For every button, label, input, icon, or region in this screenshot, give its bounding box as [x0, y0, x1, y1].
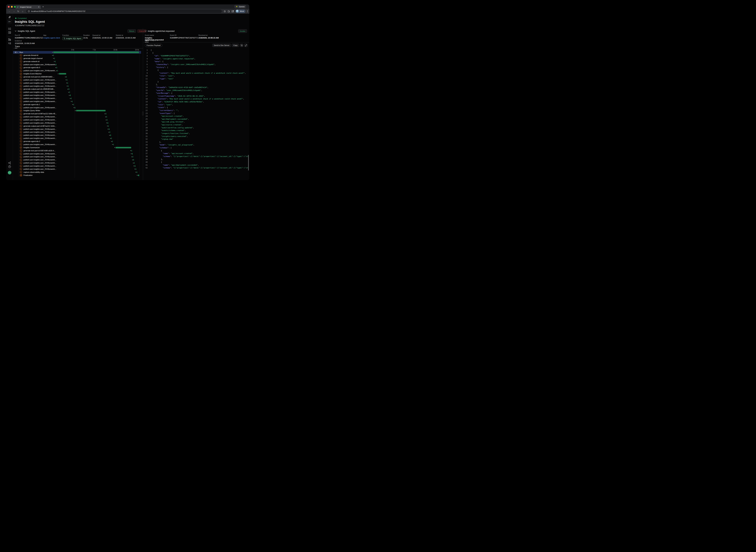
step-span-bar[interactable]: [137, 171, 137, 173]
step-span-bar[interactable]: [107, 119, 108, 121]
trace-row[interactable]: generate-target-channel: [13, 57, 141, 60]
trace-row[interactable]: publish:user:insights:user_2VH6zowmh...: [13, 137, 141, 140]
trace-row[interactable]: publish:user:insights:user_2VH6zowmh...: [13, 152, 141, 155]
word-wrap-button[interactable]: [240, 44, 243, 47]
bookmark-star-icon[interactable]: [223, 10, 226, 13]
trace-row[interactable]: publish:user:insights:user_2VH6zowmh...: [13, 155, 141, 158]
new-tab-button[interactable]: +: [42, 5, 44, 8]
profile-chip[interactable]: Work: [235, 9, 245, 13]
trace-row[interactable]: publish:user:insights:user_2VH6zowmh...: [13, 115, 141, 118]
step-span-bar[interactable]: [112, 141, 113, 142]
trace-row[interactable]: publish:user:insights:user_2VH6zowmh...: [13, 168, 141, 171]
step-span-bar[interactable]: [56, 67, 57, 68]
trace-row[interactable]: Insights Event Matcher: [13, 72, 141, 75]
url-bar[interactable]: localhost:8288/run?runID=01KHRMPW77GVMAJ…: [26, 9, 222, 13]
trace-row[interactable]: generate-network-id: [13, 60, 141, 63]
trace-row[interactable]: publish:user:insights:user_2VH6zowmh...: [13, 121, 141, 125]
trace-row[interactable]: publish:user:insights:user_2VH6zowmh...: [13, 143, 141, 146]
trace-row[interactable]: publish:user:insights:user_2VH6zowmh...: [13, 134, 141, 137]
reading-mode-search-icon[interactable]: [231, 10, 234, 13]
trace-row[interactable]: Insights Query Writer: [13, 109, 141, 112]
trace-row[interactable]: publish:user:insights:user_2VH6zowmh...: [13, 128, 141, 131]
step-span-bar[interactable]: [71, 98, 71, 99]
expand-button[interactable]: [244, 44, 247, 47]
trace-row[interactable]: publish:user:insights:user_2VH6zowmh...: [13, 97, 141, 100]
trace-row[interactable]: capture-observability-data: [13, 171, 141, 174]
step-span-bar[interactable]: [110, 131, 110, 133]
share-icon[interactable]: [8, 162, 11, 164]
trace-row[interactable]: publish:user:insights:user_2VH6zowmh...: [13, 91, 141, 94]
function-payload-button[interactable]: Function Payload: [145, 44, 162, 47]
run-children-badge[interactable]: 40: [14, 51, 19, 53]
step-span-bar[interactable]: [70, 95, 70, 96]
runs-filter-icon[interactable]: [8, 28, 11, 30]
invoke-button[interactable]: Invoke: [238, 29, 247, 33]
trace-row[interactable]: publish:user:insights:user_2VH6zowmh...: [13, 82, 141, 85]
close-window-button[interactable]: [8, 6, 10, 8]
payload-json-editor[interactable]: 1[2{3"id": "01KHRMPVZP0V977KAT2GP3ST7J",…: [143, 48, 248, 180]
back-icon[interactable]: ←: [8, 10, 11, 13]
chevron-down-icon[interactable]: [145, 30, 147, 32]
trace-row[interactable]: generate-thread-id: [13, 54, 141, 57]
kebab-menu-icon[interactable]: [247, 10, 248, 12]
trace-row[interactable]: publish:user:insights:user_2VH6zowmh...: [13, 94, 141, 97]
trace-row[interactable]: generate-tool-part-id-887aa111-5d4e-45..…: [13, 112, 141, 115]
trace-row[interactable]: generate-agent-ids-2: [13, 140, 141, 143]
trace-row[interactable]: generate-output-part-id-c458648f-8d6...: [13, 88, 141, 91]
trace-row[interactable]: publish:user:insights:user_2VH6zowmh...: [13, 106, 141, 109]
step-span-bar[interactable]: [66, 76, 67, 78]
tab-input[interactable]: Input: [145, 39, 149, 41]
step-span-bar[interactable]: [132, 153, 133, 155]
step-span-bar[interactable]: [135, 165, 135, 167]
forward-icon[interactable]: →: [12, 10, 15, 13]
browser-tab[interactable]: Inngest Server ✕: [15, 5, 41, 9]
reload-icon[interactable]: ↻: [17, 10, 20, 13]
code-scrollbar[interactable]: [248, 155, 249, 170]
home-icon[interactable]: ⌂: [21, 10, 24, 13]
step-span-bar[interactable]: [116, 147, 131, 148]
step-span-bar[interactable]: [67, 82, 68, 84]
event-search-icon[interactable]: [8, 31, 11, 34]
step-span-bar[interactable]: [138, 175, 139, 176]
site-info-icon[interactable]: [28, 10, 30, 12]
step-span-bar[interactable]: [59, 73, 66, 75]
trace-row[interactable]: publish:user:insights:user_2VH6zowmh...: [13, 164, 141, 168]
trace-row[interactable]: Finalization: [13, 174, 141, 177]
trace-run-row[interactable]: 40 Run: [13, 51, 141, 54]
run-span-bar[interactable]: [53, 51, 139, 53]
function-pill[interactable]: Insights SQL Agent: [62, 37, 82, 40]
trace-row[interactable]: Insights Summarizer: [13, 146, 141, 149]
trace-row[interactable]: publish:user:insights:user_2VH6zowmh...: [13, 161, 141, 164]
step-span-bar[interactable]: [108, 122, 108, 124]
trace-row[interactable]: publish:user:insights:user_2VH6zowmh...: [13, 118, 141, 121]
send-to-dev-server-button[interactable]: Send to Dev Server: [212, 44, 231, 47]
step-span-bar[interactable]: [76, 110, 106, 111]
step-span-bar[interactable]: [73, 104, 74, 105]
step-span-bar[interactable]: [55, 61, 55, 62]
app-link[interactable]: insights-agent-client: [43, 37, 62, 39]
step-span-bar[interactable]: [113, 144, 114, 145]
step-span-bar[interactable]: [57, 70, 58, 72]
step-span-bar[interactable]: [68, 88, 69, 90]
trace-row[interactable]: publish:user:insights:user_2VH6zowmh...: [13, 85, 141, 88]
chevron-down-icon[interactable]: [15, 30, 16, 32]
trace-row[interactable]: generate-tool-part-id-c458648f-8d60-...: [13, 75, 141, 79]
step-span-bar[interactable]: [75, 107, 75, 108]
trace-row[interactable]: publish:user:insights:user_2VH6zowmh...: [13, 131, 141, 134]
step-span-bar[interactable]: [53, 54, 54, 56]
step-span-bar[interactable]: [56, 64, 56, 65]
step-span-bar[interactable]: [109, 128, 109, 130]
step-span-bar[interactable]: [111, 138, 112, 139]
trace-row[interactable]: generate-output-part-id-887aa111-5d4e...: [13, 125, 141, 128]
dev-server-terminal-icon[interactable]: [8, 42, 11, 44]
dev-tools-button[interactable]: </>: [8, 171, 11, 174]
rerun-button[interactable]: Rerun: [128, 29, 136, 33]
extensions-icon[interactable]: [227, 10, 230, 13]
step-span-bar[interactable]: [134, 162, 135, 164]
step-span-bar[interactable]: [133, 156, 133, 157]
step-span-bar[interactable]: [110, 135, 111, 136]
step-span-bar[interactable]: [68, 86, 68, 87]
step-span-bar[interactable]: [133, 159, 134, 161]
minimize-window-button[interactable]: [11, 6, 13, 8]
trace-row[interactable]: publish:user:insights:user_2VH6zowmh...: [13, 158, 141, 161]
